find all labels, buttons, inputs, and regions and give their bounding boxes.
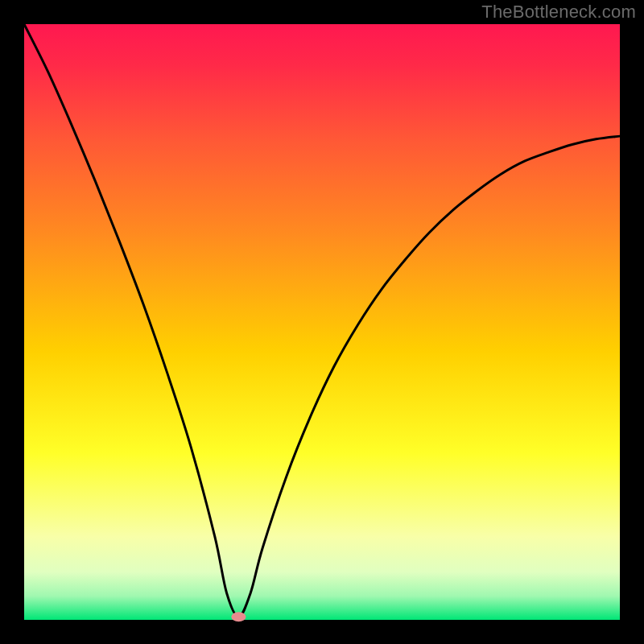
plot-background [24,24,620,620]
bottleneck-chart [0,0,644,644]
chart-frame: { "watermark": "TheBottleneck.com", "cha… [0,0,644,644]
curve-minimum-marker [231,612,246,621]
